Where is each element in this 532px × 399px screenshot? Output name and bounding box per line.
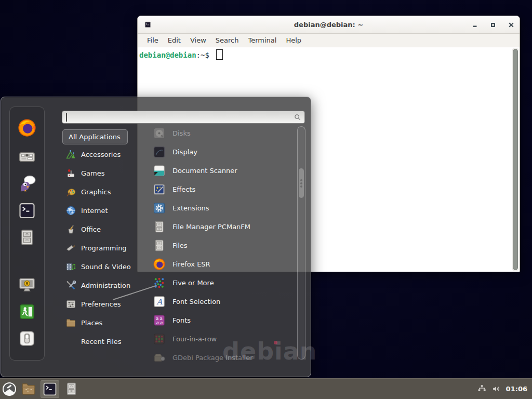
category-label: Office [81, 225, 101, 233]
clock[interactable]: 01:06 [506, 385, 527, 393]
category-games[interactable]: Games [62, 164, 147, 182]
disks-icon [153, 127, 166, 140]
debian-watermark: debian [222, 339, 317, 363]
taskbar-files-button[interactable] [62, 380, 81, 398]
app-label: Effects [172, 185, 195, 193]
app-item-file-manager-pcmanfm[interactable]: File Manager PCManFM [149, 217, 297, 236]
category-programming[interactable]: Programming [62, 238, 147, 257]
app-label: Five or More [172, 279, 214, 287]
app-item-display[interactable]: Display [149, 142, 297, 161]
display-icon [153, 145, 166, 158]
preferences-icon [65, 299, 76, 310]
watermark-red-dot [274, 341, 277, 344]
app-label: File Manager PCManFM [172, 223, 250, 231]
category-label: Sound & Video [81, 263, 131, 271]
application-menu: All Applications Accessories Games Graph… [1, 97, 311, 377]
menu-help[interactable]: Help [281, 36, 306, 44]
shutdown-icon[interactable] [19, 330, 36, 347]
category-label: Games [81, 169, 104, 177]
app-item-firefox-esr[interactable]: Firefox ESR [149, 255, 297, 273]
taskbar-file-manager-button[interactable] [19, 380, 38, 398]
app-label: Extensions [172, 204, 209, 212]
taskbar-terminal-button[interactable] [41, 380, 59, 398]
screensaver-lock-icon[interactable] [18, 276, 36, 295]
minimize-icon[interactable] [472, 22, 478, 28]
app-item-font-selection[interactable]: Font Selection [149, 292, 297, 311]
file-cabinet-icon [64, 382, 78, 396]
games-icon [65, 168, 76, 179]
category-sound-video[interactable]: Sound & Video [62, 257, 147, 276]
category-office[interactable]: Office [62, 220, 147, 238]
menu-edit[interactable]: Edit [163, 36, 185, 44]
terminal-icon[interactable] [19, 202, 36, 219]
menu-view[interactable]: View [185, 36, 211, 44]
office-icon [65, 224, 76, 235]
all-applications-label: All Applications [69, 133, 121, 141]
category-label: Programming [81, 244, 127, 252]
app-item-fonts[interactable]: Fonts [149, 311, 297, 329]
menu-terminal[interactable]: Terminal [243, 36, 281, 44]
terminal-scrollbar[interactable] [512, 48, 518, 271]
category-label: Places [81, 319, 102, 327]
pidgin-icon[interactable] [18, 175, 36, 193]
category-label: Graphics [81, 188, 111, 196]
five-or-more-icon [153, 276, 166, 289]
category-graphics[interactable]: Graphics [62, 182, 147, 201]
application-list: Disks Display Document Scanner Effects E… [149, 124, 297, 367]
app-item-disks[interactable]: Disks [149, 124, 297, 142]
terminal-scrollbar-thumb[interactable] [513, 49, 518, 270]
settings-panel-icon[interactable] [18, 148, 36, 166]
network-icon[interactable] [477, 384, 487, 394]
category-places[interactable]: Places [62, 313, 147, 332]
app-item-files[interactable]: Files [149, 236, 297, 255]
volume-icon[interactable] [491, 384, 501, 394]
system-tray: 01:06 [477, 384, 527, 394]
app-list-scrollbar[interactable] [297, 126, 305, 360]
shell-prompt: debian@debian:~$ [139, 49, 223, 60]
app-list-scrollbar-thumb[interactable] [299, 168, 304, 198]
programming-icon [65, 243, 76, 254]
four-in-a-row-icon [153, 332, 166, 345]
app-label: Font Selection [172, 298, 220, 305]
app-label: Four-in-a-row [172, 335, 217, 343]
file-cabinet-icon[interactable] [18, 229, 36, 246]
category-recent-files[interactable]: Recent Files [62, 332, 147, 351]
terminal-icon [43, 382, 57, 396]
category-label: Preferences [81, 300, 121, 308]
app-label: Fonts [172, 316, 191, 324]
logout-icon[interactable] [18, 303, 36, 321]
app-item-effects[interactable]: Effects [149, 180, 297, 198]
app-item-five-or-more[interactable]: Five or More [149, 273, 297, 292]
terminal-titlebar[interactable]: debian@debian: ~ [138, 16, 520, 34]
close-icon[interactable] [508, 22, 514, 28]
gdebi-icon [153, 351, 166, 364]
firefox-icon[interactable] [17, 118, 37, 138]
start-menu-icon[interactable] [2, 382, 17, 396]
internet-icon [65, 205, 76, 216]
app-label: Disks [172, 129, 191, 137]
file-cabinet-icon [153, 220, 166, 233]
app-label: Display [172, 148, 197, 156]
category-label: Administration [81, 282, 130, 289]
terminal-window-title: debian@debian: ~ [294, 21, 363, 29]
category-accessories[interactable]: Accessories [62, 145, 147, 164]
prompt-path: :~$ [196, 51, 214, 59]
file-cabinet-icon [153, 239, 166, 252]
category-label: Internet [81, 207, 108, 215]
app-label: Document Scanner [172, 167, 237, 175]
window-controls [472, 16, 514, 33]
firefox-icon [153, 258, 166, 271]
search-input[interactable] [66, 112, 285, 122]
menu-file[interactable]: File [142, 36, 163, 44]
search-box [62, 111, 305, 124]
maximize-icon[interactable] [490, 22, 496, 28]
app-item-document-scanner[interactable]: Document Scanner [149, 161, 297, 180]
category-preferences[interactable]: Preferences [62, 295, 147, 313]
app-item-extensions[interactable]: Extensions [149, 198, 297, 217]
category-all-applications[interactable]: All Applications [62, 129, 128, 144]
menu-search[interactable]: Search [211, 36, 244, 44]
category-label: Accessories [81, 151, 121, 158]
places-folder-icon [65, 317, 76, 328]
terminal-cursor [216, 49, 223, 60]
category-internet[interactable]: Internet [62, 201, 147, 220]
